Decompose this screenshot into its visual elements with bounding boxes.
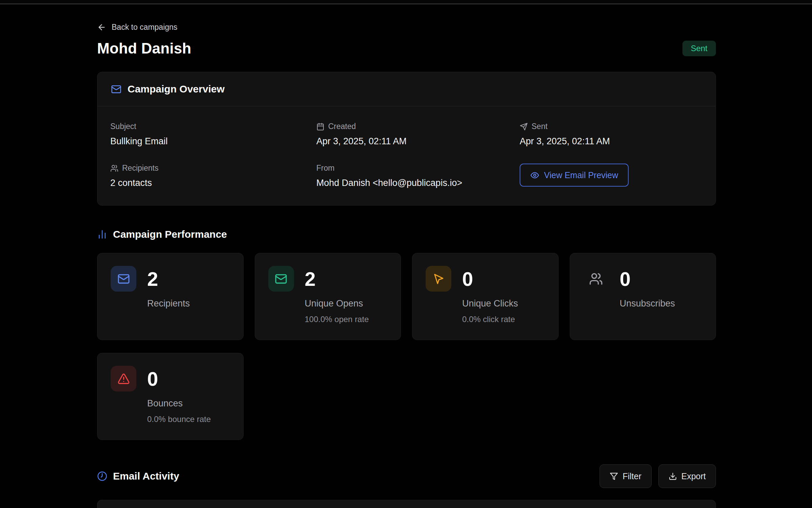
performance-stats-grid: 2 Recipients 2 Unique Opens 100.0% open … [97, 253, 716, 440]
filter-button[interactable]: Filter [600, 464, 652, 488]
clock-icon [97, 471, 107, 481]
stat-substat: 100.0% open rate [305, 315, 369, 324]
activity-action-buttons: Filter Export [600, 464, 716, 488]
sent-label: Sent [520, 122, 703, 131]
recipients-field: Recipients 2 contacts [110, 164, 316, 188]
mail-icon [111, 84, 121, 94]
stat-label: Unsubscribes [620, 298, 675, 309]
stat-card-unsubscribes: 0 Unsubscribes [570, 253, 716, 340]
status-badge: Sent [682, 41, 716, 56]
sent-field: Sent Apr 3, 2025, 02:11 AM [520, 122, 703, 147]
campaign-overview-card: Campaign Overview Subject Bullking Email… [97, 72, 716, 206]
preview-button-cell: View Email Preview [520, 164, 703, 188]
overview-card-header: Campaign Overview [97, 72, 716, 106]
arrow-left-icon [97, 23, 106, 32]
mail-icon [117, 273, 130, 285]
filter-icon [610, 472, 618, 481]
view-email-preview-button[interactable]: View Email Preview [520, 164, 629, 187]
users-icon [589, 272, 603, 286]
title-row: Mohd Danish Sent [97, 40, 716, 57]
recipients-value: 2 contacts [110, 178, 316, 188]
created-field: Created Apr 3, 2025, 02:11 AM [316, 122, 520, 147]
email-activity-header-row: Email Activity Filter Export [97, 464, 716, 488]
send-icon [520, 123, 528, 131]
stat-icon-tile [426, 266, 451, 292]
stat-label: Unique Clicks [462, 298, 518, 309]
from-label: From [316, 164, 520, 173]
stat-substat: 0.0% click rate [462, 315, 518, 324]
stat-card-unique-clicks: 0 Unique Clicks 0.0% click rate [412, 253, 559, 340]
download-icon [669, 472, 677, 481]
sent-value: Apr 3, 2025, 02:11 AM [520, 136, 703, 147]
stat-value: 0 [462, 266, 518, 292]
email-activity-heading: Email Activity [97, 470, 179, 482]
calendar-icon [316, 123, 324, 131]
performance-title: Campaign Performance [113, 229, 227, 240]
stat-icon-tile [583, 266, 609, 292]
export-button[interactable]: Export [658, 464, 716, 488]
bar-chart-icon [97, 229, 107, 239]
campaign-detail-page: Back to campaigns Mohd Danish Sent Campa… [97, 23, 716, 508]
stat-label: Unique Opens [305, 298, 369, 309]
back-to-campaigns-link[interactable]: Back to campaigns [97, 23, 177, 32]
overview-card-title: Campaign Overview [128, 83, 225, 95]
stat-icon-tile [268, 266, 294, 292]
overview-card-body: Subject Bullking Email Created Apr 3, 20… [97, 106, 716, 205]
alert-triangle-icon [117, 373, 130, 385]
users-icon [110, 164, 118, 172]
subject-value: Bullking Email [110, 136, 316, 147]
page-title: Mohd Danish [97, 40, 191, 57]
stat-value: 2 [305, 266, 369, 292]
performance-section-heading: Campaign Performance [97, 229, 716, 240]
eye-icon [530, 171, 539, 180]
created-value: Apr 3, 2025, 02:11 AM [316, 136, 520, 147]
subject-label: Subject [110, 122, 316, 131]
from-field: From Mohd Danish <hello@publicapis.io> [316, 164, 520, 188]
stat-icon-tile [111, 366, 136, 391]
stat-card-recipients: 2 Recipients [97, 253, 244, 340]
top-chrome-strip [0, 0, 812, 4]
email-activity-title: Email Activity [113, 470, 179, 482]
back-link-label: Back to campaigns [112, 23, 177, 32]
stat-label: Recipients [147, 298, 190, 309]
from-value: Mohd Danish <hello@publicapis.io> [316, 178, 520, 188]
recipients-label: Recipients [110, 164, 316, 173]
stat-value: 0 [620, 266, 675, 292]
stat-card-bounces: 0 Bounces 0.0% bounce rate [97, 353, 244, 440]
stat-card-unique-opens: 2 Unique Opens 100.0% open rate [255, 253, 401, 340]
stat-value: 2 [147, 266, 190, 292]
stat-value: 0 [147, 366, 211, 392]
stat-label: Bounces [147, 398, 211, 409]
stat-substat: 0.0% bounce rate [147, 415, 211, 424]
subject-field: Subject Bullking Email [110, 122, 316, 147]
mail-icon [275, 273, 287, 285]
email-activity-card-partial [97, 500, 716, 508]
mouse-pointer-icon [432, 273, 445, 285]
created-label: Created [316, 122, 520, 131]
stat-icon-tile [111, 266, 136, 292]
